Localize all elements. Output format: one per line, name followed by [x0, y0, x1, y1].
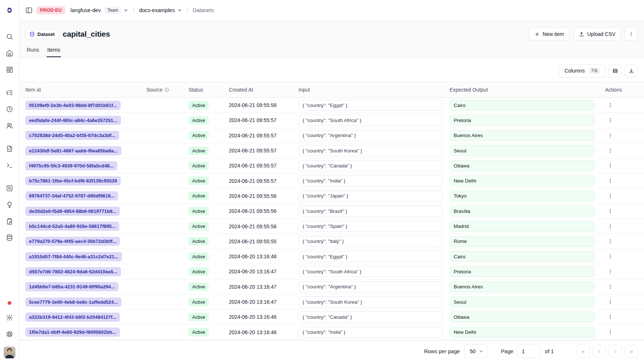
search-icon[interactable]: [3, 29, 16, 44]
table-row[interactable]: a322b319-9412-4f43-b8f2-b20484127f... Ac…: [19, 310, 644, 325]
input-value[interactable]: { "country": "India" }: [299, 176, 442, 186]
row-actions-button[interactable]: [605, 251, 615, 262]
row-actions-button[interactable]: [605, 100, 615, 110]
table-row[interactable]: 1f0e7da1-dbff-4e60-929d-f6095602bb... Ac…: [19, 325, 644, 340]
item-id-badge[interactable]: b75c7861-1fbe-45cf-bdf6-83f139c95539: [25, 176, 121, 185]
input-value[interactable]: { "country": "Canada" }: [299, 311, 442, 322]
upload-csv-button[interactable]: Upload CSV: [573, 27, 621, 41]
table-row[interactable]: 69764737-34af-4752-9787-d90df9616... Act…: [19, 189, 644, 204]
item-id-badge[interactable]: de30d2e0-f5d9-4854-88b6-0619771b8...: [25, 207, 120, 216]
row-actions-button[interactable]: [605, 282, 615, 292]
expected-output-value[interactable]: Ottawa: [450, 160, 595, 171]
input-value[interactable]: { "country": "South Africa" }: [299, 115, 442, 126]
expected-output-value[interactable]: Brasília: [450, 206, 595, 217]
previous-page-button[interactable]: ‹: [593, 345, 606, 358]
item-id-badge[interactable]: e779a270-579a-4f45-aec4-35b72d3bff...: [25, 237, 120, 246]
item-id-badge[interactable]: eed5dafe-244f-465c-a84c-4a6e357251...: [25, 116, 121, 125]
row-actions-button[interactable]: [605, 145, 615, 156]
row-actions-button[interactable]: [605, 236, 615, 247]
columns-button[interactable]: Columns 7/8: [559, 64, 605, 77]
input-value[interactable]: { "country": "Argentina" }: [299, 130, 442, 141]
input-value[interactable]: { "country": "Spain" }: [299, 221, 442, 232]
row-actions-button[interactable]: [605, 160, 615, 171]
table-row[interactable]: f4975c95-5fc3-4939-970d-58fa5cd48... Act…: [19, 158, 644, 173]
row-actions-button[interactable]: [605, 176, 615, 186]
expected-output-value[interactable]: Buenos Aires: [450, 130, 595, 141]
expected-output-value[interactable]: Madrid: [450, 221, 595, 232]
table-row[interactable]: d557e7d6-7802-4624-9da6-52d410ea5... Act…: [19, 264, 644, 279]
last-page-button[interactable]: »: [625, 345, 638, 358]
evaluation-percent-icon[interactable]: [3, 181, 16, 196]
support-lifebuoy-icon[interactable]: [3, 327, 16, 341]
row-actions-button[interactable]: [605, 115, 615, 125]
sessions-clock-icon[interactable]: [3, 102, 16, 117]
environment-badge[interactable]: PROD-EU: [36, 6, 65, 14]
row-actions-button[interactable]: [605, 266, 615, 277]
item-id-badge[interactable]: a1910d57-7f84-440c-9e46-a31c2d7e21...: [25, 252, 122, 261]
expected-output-value[interactable]: Seoul: [450, 145, 595, 156]
item-id-badge[interactable]: a322b319-9412-4f43-b8f2-b20484127f...: [25, 313, 120, 322]
expected-output-value[interactable]: New Delhi: [450, 327, 595, 338]
table-row[interactable]: 1d45b0e7-b85a-4231-9149-6ff90a294... Act…: [19, 280, 644, 295]
first-page-button[interactable]: «: [577, 345, 590, 358]
table-row[interactable]: e779a270-579a-4f45-aec4-35b72d3bff... Ac…: [19, 234, 644, 249]
row-actions-button[interactable]: [605, 297, 615, 307]
info-icon[interactable]: [164, 87, 169, 92]
tab-items[interactable]: Items: [47, 44, 61, 57]
row-actions-button[interactable]: [605, 130, 615, 141]
expected-output-value[interactable]: New Delhi: [450, 176, 595, 186]
table-row[interactable]: e12430df-5e81-4687-aabb-f0ea65be8a... Ac…: [19, 143, 644, 158]
settings-gear-icon[interactable]: [3, 310, 16, 325]
item-id-badge[interactable]: 5cee7779-3e00-4eb8-be8c-1affedd524...: [25, 298, 121, 307]
input-value[interactable]: { "country": "Egypt" }: [299, 251, 442, 262]
expected-output-value[interactable]: Pretoria: [450, 266, 595, 277]
row-actions-button[interactable]: [605, 221, 615, 232]
table-row[interactable]: eed5dafe-244f-465c-a84c-4a6e357251... Ac…: [19, 113, 644, 128]
input-value[interactable]: { "country": "Italy" }: [299, 236, 442, 247]
input-value[interactable]: { "country": "Brazil" }: [299, 206, 442, 217]
item-id-badge[interactable]: 1f0e7da1-dbff-4e60-929d-f6095602bb...: [25, 328, 120, 337]
row-actions-button[interactable]: [605, 327, 615, 337]
prompts-file-icon[interactable]: [3, 141, 16, 156]
table-row[interactable]: de30d2e0-f5d9-4854-88b6-0619771b8... Act…: [19, 204, 644, 219]
playground-terminal-icon[interactable]: [3, 158, 16, 173]
organization-chevron-down-icon[interactable]: [123, 8, 128, 13]
table-row[interactable]: 5cee7779-3e00-4eb8-be8c-1affedd524... Ac…: [19, 295, 644, 310]
item-id-badge[interactable]: 05109ef0-2e3b-4e03-98dd-8f7d01b61f...: [25, 101, 121, 110]
users-icon[interactable]: [3, 118, 16, 133]
expected-output-value[interactable]: Cairo: [450, 100, 595, 111]
input-value[interactable]: { "country": "Egypt" }: [299, 100, 442, 111]
table-row[interactable]: b5c144cd-52a5-4a80-926e-58617f895... Act…: [19, 219, 644, 234]
dashboard-grid-icon[interactable]: [3, 62, 16, 77]
expected-output-value[interactable]: Pretoria: [450, 115, 595, 126]
sidebar-toggle-icon[interactable]: [25, 7, 33, 14]
item-id-badge[interactable]: b5c144cd-52a5-4a80-926e-58617f895...: [25, 222, 119, 231]
row-actions-button[interactable]: [605, 312, 615, 322]
page-number-input[interactable]: [517, 344, 541, 358]
tab-runs[interactable]: Runs: [26, 44, 40, 57]
table-row[interactable]: b75c7861-1fbe-45cf-bdf6-83f139c95539 Act…: [19, 173, 644, 188]
user-avatar[interactable]: [4, 347, 15, 358]
home-icon[interactable]: [3, 46, 16, 60]
datasets-database-icon[interactable]: [3, 230, 16, 245]
header-more-actions-button[interactable]: [625, 27, 638, 41]
expected-output-value[interactable]: Buenos Aires: [450, 281, 595, 292]
item-id-badge[interactable]: e12430df-5e81-4687-aabb-f0ea65be8a...: [25, 146, 121, 155]
input-value[interactable]: { "country": "South Africa" }: [299, 266, 442, 277]
project-chevron-down-icon[interactable]: [177, 8, 182, 13]
expected-output-value[interactable]: Ottawa: [450, 311, 595, 322]
expected-output-value[interactable]: Rome: [450, 236, 595, 247]
expected-output-value[interactable]: Cairo: [450, 251, 595, 262]
breadcrumb-project[interactable]: docs-examples: [139, 7, 175, 13]
tracing-list-tree-icon[interactable]: [3, 85, 16, 100]
table-row[interactable]: c702838d-24d5-40a2-bf35-67dc3a3df... Act…: [19, 128, 644, 143]
row-actions-button[interactable]: [605, 206, 615, 216]
expected-output-value[interactable]: Tokyo: [450, 191, 595, 202]
input-value[interactable]: { "country": "South Korea" }: [299, 296, 442, 307]
download-button[interactable]: [625, 64, 638, 77]
item-id-badge[interactable]: 1d45b0e7-b85a-4231-9149-6ff90a294...: [25, 282, 118, 291]
next-page-button[interactable]: ›: [609, 345, 622, 358]
row-height-button[interactable]: [608, 64, 622, 77]
lightbulb-icon[interactable]: [3, 197, 16, 212]
item-id-badge[interactable]: 69764737-34af-4752-9787-d90df9616...: [25, 191, 118, 200]
